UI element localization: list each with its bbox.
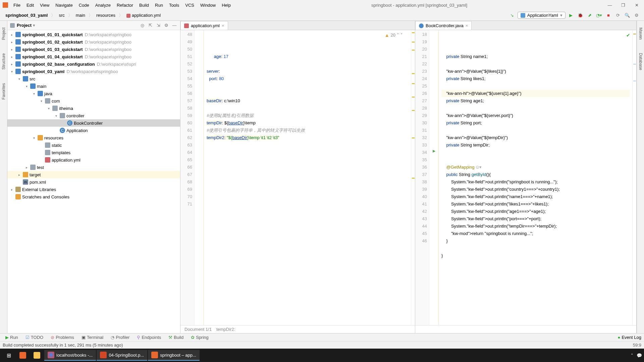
- settings-icon[interactable]: ⚙: [163, 22, 169, 28]
- tree-module[interactable]: ▸springboot_01_02_quickstartD:\workspace…: [7, 38, 180, 46]
- maximize-button[interactable]: ❐: [619, 2, 628, 8]
- profile-button[interactable]: ◔▾: [595, 11, 603, 19]
- inspection-badge[interactable]: ▲20 ˄ ˅: [385, 32, 403, 39]
- event-log-button[interactable]: ●Event Log: [618, 335, 641, 340]
- chevron-up-icon[interactable]: ˄: [631, 353, 633, 358]
- sidebar-project-button[interactable]: Project: [1, 27, 6, 40]
- taskbar-powerpoint[interactable]: 04-SpringBoot.p...: [97, 350, 147, 361]
- tree-module[interactable]: ▸springboot_01_04_quickstartD:\workspace…: [7, 53, 180, 60]
- breadcrumb-item[interactable]: springboot_03_yaml: [3, 12, 50, 18]
- tool-terminal[interactable]: ▣Terminal: [79, 334, 106, 341]
- marker-strip[interactable]: [411, 30, 415, 325]
- chevron-down-icon[interactable]: ˅: [400, 32, 403, 39]
- marker-strip[interactable]: [632, 30, 636, 325]
- taskbar-app[interactable]: [16, 350, 30, 361]
- project-tree[interactable]: ▸springboot_01_01_quickstartD:\workspace…: [7, 30, 180, 333]
- code-area-left[interactable]: 4849505152535455565758596061626364656667…: [180, 30, 415, 325]
- menu-refactor[interactable]: Refactor: [114, 2, 136, 9]
- tree-folder[interactable]: static: [7, 141, 180, 149]
- editor-text-left[interactable]: ▲20 ˄ ˅ age: 17 server: port: 80 baseDir…: [204, 30, 411, 325]
- menu-run[interactable]: Run: [152, 2, 166, 9]
- menu-edit[interactable]: Edit: [24, 2, 37, 9]
- tree-file-yml[interactable]: application.yml: [7, 156, 180, 164]
- run-button[interactable]: ▶: [567, 11, 575, 19]
- close-icon[interactable]: ×: [466, 23, 468, 28]
- tree-folder[interactable]: ▾itheima: [7, 105, 180, 112]
- chevron-down-icon[interactable]: ▾: [33, 23, 35, 28]
- close-button[interactable]: ✕: [632, 2, 641, 8]
- update-button[interactable]: ⟳: [614, 11, 622, 19]
- tree-folder[interactable]: ▾java: [7, 90, 180, 97]
- menu-view[interactable]: View: [37, 2, 52, 9]
- sidebar-structure-button[interactable]: Structure: [1, 53, 6, 70]
- tree-class-bookcontroller[interactable]: CBookController: [7, 119, 180, 127]
- collapse-all-icon[interactable]: ⇲: [155, 22, 161, 28]
- tree-folder[interactable]: ▾resources: [7, 134, 180, 141]
- taskbar-intellij[interactable]: springboot – app...: [148, 350, 200, 361]
- editor-text-right[interactable]: ✔ private String name1; "kw-ann">@Value(…: [439, 30, 632, 325]
- breadcrumb-item[interactable]: main: [74, 12, 87, 18]
- tree-module[interactable]: ▸springboot_01_03_quickstartD:\workspace…: [7, 46, 180, 53]
- expand-all-icon[interactable]: ⇱: [147, 22, 153, 28]
- search-everywhere-button[interactable]: 🔍: [623, 11, 631, 19]
- tool-spring[interactable]: ✿Spring: [188, 334, 211, 341]
- menu-analyze[interactable]: Analyze: [93, 2, 113, 9]
- tree-scratches[interactable]: Scratches and Consoles: [7, 193, 180, 200]
- bottom-tool-tabs: ▶Run ☑TODO ⊘Problems ▣Terminal ◔Profiler…: [0, 333, 644, 341]
- tool-profiler[interactable]: ◔Profiler: [108, 334, 132, 341]
- tree-folder[interactable]: ▾src: [7, 75, 180, 82]
- tool-problems[interactable]: ⊘Problems: [48, 334, 77, 341]
- menu-file[interactable]: File: [11, 2, 23, 9]
- tree-folder[interactable]: ▾main: [7, 82, 180, 90]
- tree-folder[interactable]: ▾com: [7, 97, 180, 105]
- tool-endpoints[interactable]: ⚲Endpoints: [134, 334, 164, 341]
- sidebar-favorites-button[interactable]: Favorites: [1, 83, 6, 100]
- tool-run[interactable]: ▶Run: [3, 334, 21, 341]
- tree-file-pom[interactable]: mpom.xml: [7, 178, 180, 186]
- tree-module[interactable]: ▸springboot_01_01_quickstartD:\workspace…: [7, 31, 180, 38]
- tree-module[interactable]: ▸springboot_02_base_configurationD:\work…: [7, 60, 180, 68]
- tree-class-application[interactable]: CApplication: [7, 127, 180, 134]
- notifications-icon[interactable]: 💬: [637, 353, 642, 358]
- menu-build[interactable]: Build: [137, 2, 152, 9]
- build-button[interactable]: ↘: [508, 11, 516, 19]
- menu-vcs[interactable]: VCS: [182, 2, 197, 9]
- taskbar-app[interactable]: [30, 350, 44, 361]
- minimize-button[interactable]: —: [605, 2, 614, 8]
- tree-folder[interactable]: ▸target: [7, 171, 180, 178]
- taskbar-tray[interactable]: ˄ 💬: [631, 353, 642, 358]
- breadcrumb-item[interactable]: src: [57, 12, 66, 18]
- menu-code[interactable]: Code: [76, 2, 92, 9]
- breadcrumb-item[interactable]: application.yml: [124, 12, 163, 18]
- tree-folder[interactable]: ▾controller: [7, 112, 180, 119]
- tool-todo[interactable]: ☑TODO: [23, 334, 46, 341]
- breadcrumb-item[interactable]: resources: [94, 12, 117, 18]
- menu-navigate[interactable]: Navigate: [53, 2, 75, 9]
- tree-folder[interactable]: templates: [7, 149, 180, 156]
- settings-button[interactable]: ⚙: [633, 11, 641, 19]
- stop-button[interactable]: ■: [604, 11, 612, 19]
- start-button[interactable]: ⊞: [2, 350, 15, 361]
- tree-folder[interactable]: ▸test: [7, 164, 180, 171]
- menu-tools[interactable]: Tools: [166, 2, 182, 9]
- code-area-right[interactable]: 1819202122232425262728293031323334353637…: [415, 30, 636, 325]
- menu-window[interactable]: Window: [198, 2, 218, 9]
- taskbar-chrome[interactable]: localhost/books -...: [44, 350, 96, 361]
- tab-bookcontroller-java[interactable]: BookController.java ×: [415, 21, 472, 30]
- status-bar: Build completed successfully in 1 sec, 2…: [0, 341, 644, 349]
- tree-module[interactable]: ▾springboot_03_yamlD:\workspace\st\sprin…: [7, 68, 180, 75]
- close-icon[interactable]: ×: [222, 23, 224, 28]
- debug-button[interactable]: 🐞: [576, 11, 584, 19]
- hide-icon[interactable]: —: [171, 22, 177, 28]
- sidebar-database-button[interactable]: Database: [638, 53, 643, 70]
- folder-icon: [10, 23, 15, 28]
- tool-build[interactable]: ⚒Build: [166, 334, 186, 341]
- coverage-button[interactable]: ⬈: [586, 11, 594, 19]
- run-config-selector[interactable]: ApplicationYaml ▾: [518, 12, 566, 19]
- tree-external-libs[interactable]: ▸External Libraries: [7, 186, 180, 193]
- chevron-up-icon[interactable]: ˄: [397, 32, 399, 39]
- locate-icon[interactable]: ◎: [139, 22, 145, 28]
- menu-help[interactable]: Help: [219, 2, 233, 9]
- tab-application-yml[interactable]: application.yml ×: [180, 21, 228, 30]
- sidebar-maven-button[interactable]: Maven: [638, 27, 643, 40]
